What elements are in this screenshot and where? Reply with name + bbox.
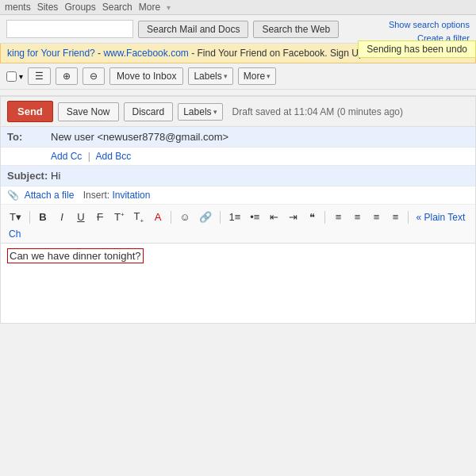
checkbox-dropdown-icon[interactable]: ▾ [19,72,23,81]
ordered-list-button[interactable]: 1≡ [225,209,244,225]
subject-field-row: Subject: Hi [1,166,475,186]
promo-link[interactable]: king for Your Friend? [7,48,95,59]
promo-url[interactable]: www.Facebook.com [103,48,188,59]
archive-button[interactable]: ☰ [28,67,51,85]
more-dropdown-button[interactable]: More ▾ [238,67,276,85]
to-value: New user <newuser8778@gmail.com> [51,131,469,143]
cc-bcc-separator: | [88,151,90,162]
compose-area: Send Save Now Discard Labels ▾ Draft sav… [0,96,476,324]
search-bar: Search Mail and Docs Search the Web Show… [0,15,476,44]
show-search-options-link[interactable]: Show search options [389,18,470,32]
superscript-button[interactable]: T+ [110,209,129,225]
archive-icon: ☰ [35,71,44,82]
emoji-button[interactable]: ☺ [175,209,194,225]
search-mail-docs-button[interactable]: Search Mail and Docs [138,21,248,38]
nav-item-ments[interactable]: ments [5,2,31,13]
subject-label: Subject: [7,170,51,182]
cc-bcc-row: Add Cc | Add Bcc [1,148,475,166]
nav-item-groups[interactable]: Groups [64,2,95,13]
top-nav: ments Sites Groups Search More ▾ [0,0,476,15]
to-label: To: [7,131,51,143]
select-all-checkbox[interactable] [6,71,17,82]
fmt-sep-1 [29,211,30,224]
delete-button[interactable]: ⊖ [83,67,105,85]
underline-button[interactable]: U [72,209,90,225]
labels-dropdown-button[interactable]: Labels ▾ [188,67,232,85]
font-family-button[interactable]: T▾ [6,209,25,225]
blockquote-button[interactable]: ❝ [303,209,321,225]
nav-item-sites[interactable]: Sites [37,2,59,13]
align-justify-button[interactable]: ≡ [386,209,404,225]
search-input[interactable] [6,20,133,38]
undo-banner: Sending has been undo [358,40,476,58]
nav-item-more[interactable]: More [139,2,160,13]
plain-text-link[interactable]: « Plain Text [416,212,465,223]
footer-spacer [0,324,476,371]
add-bcc-link[interactable]: Add Bcc [96,151,132,162]
strikethrough-button[interactable]: F [91,209,109,225]
compose-labels-label: Labels [183,106,211,117]
email-body-text[interactable]: Can we have dinner tonight? [7,248,144,263]
labels-button-label: Labels [194,71,221,82]
link-button[interactable]: 🔗 [195,209,216,225]
fmt-sep-4 [324,211,325,224]
attach-file-link[interactable]: Attach a file [25,190,75,201]
subscript-button[interactable]: T+ [130,208,148,227]
save-now-button[interactable]: Save Now [58,102,119,121]
outdent-button[interactable]: ⇤ [265,209,282,225]
compose-labels-dropdown[interactable]: Labels ▾ [178,103,222,121]
send-button[interactable]: Send [7,101,53,122]
align-right-button[interactable]: ≡ [367,209,385,225]
email-body[interactable]: Can we have dinner tonight? [1,244,475,323]
nav-item-search[interactable]: Search [102,2,132,13]
trash-icon: ⊖ [90,71,98,82]
italic-button[interactable]: I [53,209,71,225]
invitation-link[interactable]: Invitation [112,190,150,201]
align-left-button[interactable]: ≡ [329,209,347,225]
draft-info: Draft saved at 11:04 AM (0 minutes ago) [232,106,403,117]
paperclip-icon: 📎 [7,190,19,201]
format-toolbar: T▾ B I U F T+ T+ A ☺ 🔗 1≡ •≡ ⇤ ⇥ ❝ ≡ ≡ ≡… [1,205,475,244]
add-cc-link[interactable]: Add Cc [51,151,82,162]
font-color-button[interactable]: A [149,209,167,225]
fmt-sep-3 [220,211,221,224]
fmt-sep-2 [171,211,171,224]
spacer-row [0,90,476,96]
align-center-button[interactable]: ≡ [348,209,366,225]
action-bar: ▾ ☰ ⊕ ⊖ Move to Inbox Labels ▾ More ▾ [0,63,476,90]
report-spam-button[interactable]: ⊕ [56,67,78,85]
subject-value: Hi [51,170,469,182]
compose-toolbar: Send Save Now Discard Labels ▾ Draft sav… [1,97,475,127]
fmt-sep-5 [408,211,409,224]
compose-labels-arrow: ▾ [213,108,217,116]
insert-label: Insert: [83,190,113,201]
more-button-label: More [244,71,265,82]
bold-button[interactable]: B [34,209,52,225]
spam-icon: ⊕ [63,71,71,82]
search-web-button[interactable]: Search the Web [253,21,339,38]
indent-button[interactable]: ⇥ [284,209,301,225]
move-to-inbox-button[interactable]: Move to Inbox [109,67,183,85]
to-field-row: To: New user <newuser8778@gmail.com> [1,127,475,148]
labels-dropdown-arrow: ▾ [224,72,228,80]
unordered-list-button[interactable]: •≡ [246,209,263,225]
checkbox-area: ▾ [6,71,23,82]
discard-button[interactable]: Discard [124,102,174,121]
more-dropdown-arrow: ▾ [267,72,271,80]
attach-row: 📎 Attach a file Insert: Invitation [1,186,475,205]
ch-label: Ch [9,228,21,240]
